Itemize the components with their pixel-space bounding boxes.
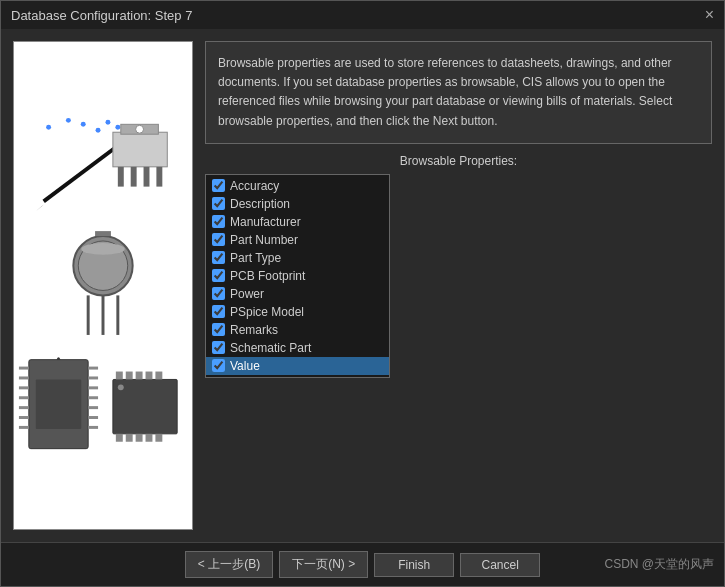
svg-rect-29 [19, 416, 29, 419]
svg-point-1 [46, 125, 51, 130]
svg-rect-37 [88, 426, 98, 429]
property-label-remarks: Remarks [230, 323, 278, 337]
svg-point-15 [136, 125, 144, 133]
main-window: Database Configuration: Step 7 × [0, 0, 725, 587]
svg-rect-44 [155, 372, 162, 380]
svg-rect-22 [95, 231, 111, 236]
svg-rect-26 [19, 386, 29, 389]
property-checkbox-description[interactable] [212, 197, 225, 210]
property-item-remarks[interactable]: Remarks [206, 321, 389, 339]
svg-point-50 [118, 384, 124, 390]
property-checkbox-pcb-footprint[interactable] [212, 269, 225, 282]
svg-rect-28 [19, 406, 29, 409]
svg-rect-27 [19, 396, 29, 399]
properties-list: AccuracyDescriptionManufacturerPart Numb… [205, 174, 390, 378]
property-label-manufacturer: Manufacturer [230, 215, 301, 229]
svg-rect-40 [116, 372, 123, 380]
property-label-accuracy: Accuracy [230, 179, 279, 193]
preview-panel [13, 41, 193, 530]
svg-rect-38 [36, 379, 81, 428]
svg-rect-32 [88, 376, 98, 379]
property-checkbox-part-number[interactable] [212, 233, 225, 246]
svg-point-2 [66, 118, 71, 123]
property-checkbox-accuracy[interactable] [212, 179, 225, 192]
property-label-pcb-footprint: PCB Footprint [230, 269, 305, 283]
property-label-pspice-model: PSpice Model [230, 305, 304, 319]
svg-point-18 [81, 243, 125, 255]
close-button[interactable]: × [705, 7, 714, 23]
property-label-power: Power [230, 287, 264, 301]
svg-rect-24 [19, 367, 29, 370]
svg-rect-33 [88, 386, 98, 389]
right-panel: Browsable properties are used to store r… [205, 41, 712, 530]
svg-point-6 [115, 125, 120, 130]
property-item-pcb-footprint[interactable]: PCB Footprint [206, 267, 389, 285]
description-box: Browsable properties are used to store r… [205, 41, 712, 144]
footer: < 上一步(B) 下一页(N) > Finish Cancel CSDN @天堂… [1, 542, 724, 586]
svg-rect-34 [88, 396, 98, 399]
prev-button[interactable]: < 上一步(B) [185, 551, 273, 578]
property-item-pspice-model[interactable]: PSpice Model [206, 303, 389, 321]
property-label-schematic-part: Schematic Part [230, 341, 311, 355]
svg-rect-9 [113, 132, 167, 167]
svg-rect-43 [146, 372, 153, 380]
finish-button[interactable]: Finish [374, 553, 454, 577]
svg-rect-12 [144, 167, 150, 187]
title-bar: Database Configuration: Step 7 × [1, 1, 724, 29]
svg-rect-48 [146, 434, 153, 442]
property-checkbox-manufacturer[interactable] [212, 215, 225, 228]
svg-point-4 [96, 128, 101, 133]
property-label-part-type: Part Type [230, 251, 281, 265]
content-area: Browsable properties are used to store r… [1, 29, 724, 542]
property-checkbox-remarks[interactable] [212, 323, 225, 336]
svg-rect-49 [155, 434, 162, 442]
property-item-power[interactable]: Power [206, 285, 389, 303]
svg-rect-35 [88, 406, 98, 409]
next-button[interactable]: 下一页(N) > [279, 551, 368, 578]
property-checkbox-part-type[interactable] [212, 251, 225, 264]
browsable-label: Browsable Properties: [205, 154, 712, 168]
cancel-button[interactable]: Cancel [460, 553, 540, 577]
property-checkbox-pspice-model[interactable] [212, 305, 225, 318]
svg-rect-41 [126, 372, 133, 380]
property-label-part-number: Part Number [230, 233, 298, 247]
property-checkbox-value[interactable] [212, 359, 225, 372]
property-label-description: Description [230, 197, 290, 211]
property-label-value: Value [230, 359, 260, 373]
property-item-value[interactable]: Value [206, 357, 389, 375]
property-item-manufacturer[interactable]: Manufacturer [206, 213, 389, 231]
svg-point-3 [81, 122, 86, 127]
svg-rect-47 [136, 434, 143, 442]
svg-rect-11 [131, 167, 137, 187]
svg-point-5 [105, 120, 110, 125]
svg-rect-30 [19, 426, 29, 429]
property-item-schematic-part[interactable]: Schematic Part [206, 339, 389, 357]
svg-rect-13 [156, 167, 162, 187]
svg-rect-45 [116, 434, 123, 442]
watermark-text: CSDN @天堂的风声 [604, 556, 714, 573]
property-checkbox-power[interactable] [212, 287, 225, 300]
svg-rect-31 [88, 367, 98, 370]
property-item-accuracy[interactable]: Accuracy [206, 177, 389, 195]
property-item-description[interactable]: Description [206, 195, 389, 213]
svg-rect-10 [118, 167, 124, 187]
browsable-section: Browsable Properties: AccuracyDescriptio… [205, 154, 712, 378]
property-item-part-type[interactable]: Part Type [206, 249, 389, 267]
svg-rect-36 [88, 416, 98, 419]
svg-rect-25 [19, 376, 29, 379]
window-title: Database Configuration: Step 7 [11, 8, 192, 23]
svg-rect-42 [136, 372, 143, 380]
property-checkbox-schematic-part[interactable] [212, 341, 225, 354]
svg-rect-46 [126, 434, 133, 442]
property-item-part-number[interactable]: Part Number [206, 231, 389, 249]
description-text: Browsable properties are used to store r… [218, 56, 672, 128]
